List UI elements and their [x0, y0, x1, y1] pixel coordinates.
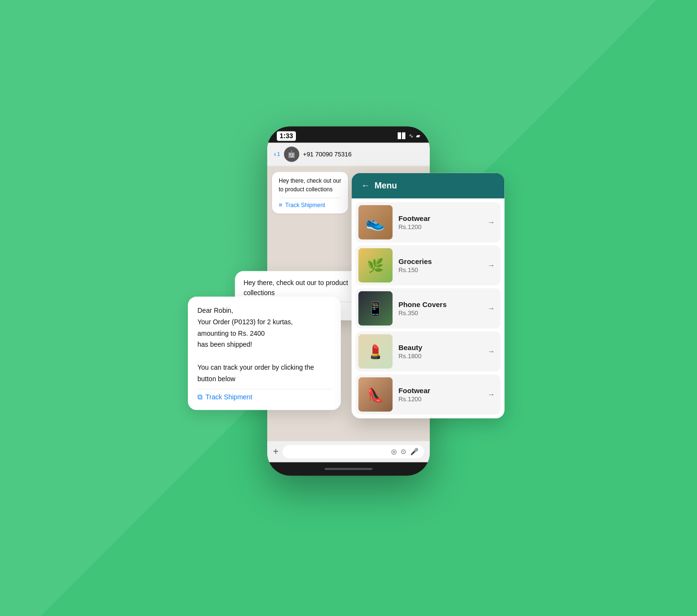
menu-item-footwear-2[interactable]: 👠 Footwear Rs.1200 → [355, 374, 501, 415]
track-shipment-label-1: Track Shipment [285, 202, 326, 209]
phone-covers-info: Phone Covers Rs.350 [398, 300, 481, 317]
notification-badge: 1 [277, 151, 280, 157]
groceries-image: 🌿 [358, 248, 392, 283]
menu-item-beauty[interactable]: 💄 Beauty Rs.1800 → [355, 331, 501, 372]
phone-status-bar: 1:33 ▊▊ ∿ ▰ [267, 126, 430, 143]
footwear-2-arrow-icon: → [487, 390, 495, 399]
floating-bubble-top-text: Hey there, check out our to product coll… [243, 278, 355, 298]
beauty-name: Beauty [398, 343, 481, 352]
list-icon: ≡ [279, 201, 283, 209]
phone-track-shipment-1[interactable]: ≡ Track Shipment [279, 198, 341, 209]
phone-status-icons: ▊▊ ∿ ▰ [398, 132, 420, 139]
wifi-icon: ∿ [409, 132, 414, 139]
shoes-image-placeholder: 👟 [358, 205, 392, 240]
floating-track-shipment-bottom[interactable]: ⧉ Track Shipment [197, 389, 331, 401]
chat-input-bar: + ◎ ⊙ 🎤 [267, 441, 430, 462]
groceries-price: Rs.150 [398, 266, 481, 274]
chat-input-icons: ◎ ⊙ 🎤 [391, 448, 418, 455]
groceries-name: Groceries [398, 257, 481, 265]
footwear-1-name: Footwear [398, 214, 481, 222]
menu-panel: ← Menu 👟 Footwear Rs.1200 → 🌿 [351, 173, 504, 418]
phone-bubble-1-text: Hey there, check out ourto product colle… [279, 176, 341, 194]
floating-track-label-bottom: Track Shipment [206, 393, 252, 401]
chat-avatar: 🤖 [284, 146, 299, 162]
robot-icon: 🤖 [287, 150, 295, 158]
external-link-icon: ⧉ [197, 393, 203, 401]
beauty-image: 💄 [358, 334, 392, 369]
main-scene: 1:33 ▊▊ ∿ ▰ ‹ 1 🤖 +91 70090 75316 [181, 81, 516, 535]
beauty-image-placeholder: 💄 [358, 334, 392, 369]
menu-items-list: 👟 Footwear Rs.1200 → 🌿 Groceries Rs.150 … [351, 198, 504, 418]
phone-covers-name: Phone Covers [398, 300, 481, 308]
beauty-arrow-icon: → [487, 347, 495, 356]
phone-bubble-1: Hey there, check out ourto product colle… [272, 172, 348, 213]
phone-covers-image-placeholder: 📱 [358, 291, 392, 326]
groceries-arrow-icon: → [487, 261, 495, 270]
sticker-icon[interactable]: ◎ [391, 448, 397, 455]
phone-covers-image: 📱 [358, 291, 392, 326]
beauty-info: Beauty Rs.1800 [398, 343, 481, 360]
footwear-2-info: Footwear Rs.1200 [398, 386, 481, 403]
footwear-1-arrow-icon: → [487, 218, 495, 227]
groceries-image-placeholder: 🌿 [358, 248, 392, 283]
home-indicator [325, 468, 372, 470]
menu-back-arrow-icon[interactable]: ← [361, 181, 370, 191]
shoes2-image-placeholder: 👠 [358, 377, 392, 412]
signal-icon: ▊▊ [398, 132, 406, 139]
chat-text-input[interactable]: ◎ ⊙ 🎤 [283, 445, 424, 458]
chat-header: ‹ 1 🤖 +91 70090 75316 [267, 143, 430, 166]
menu-item-phone-covers[interactable]: 📱 Phone Covers Rs.350 → [355, 288, 501, 329]
battery-icon: ▰ [416, 132, 420, 139]
mic-icon[interactable]: 🎤 [410, 448, 418, 455]
beauty-price: Rs.1800 [398, 352, 481, 360]
chat-back-button[interactable]: ‹ 1 [274, 150, 280, 158]
menu-title: Menu [374, 181, 397, 191]
phone-covers-arrow-icon: → [487, 304, 495, 313]
menu-item-groceries[interactable]: 🌿 Groceries Rs.150 → [355, 245, 501, 286]
groceries-info: Groceries Rs.150 [398, 257, 481, 274]
footwear-1-image: 👟 [358, 205, 392, 240]
menu-item-footwear-1[interactable]: 👟 Footwear Rs.1200 → [355, 202, 501, 242]
chat-plus-icon[interactable]: + [273, 446, 279, 457]
camera-icon[interactable]: ⊙ [401, 448, 406, 455]
footwear-1-info: Footwear Rs.1200 [398, 214, 481, 231]
footwear-2-price: Rs.1200 [398, 396, 481, 403]
floating-bubble-bottom: Dear Robin, Your Order (P0123) for 2 kur… [188, 297, 341, 410]
menu-header: ← Menu [351, 173, 504, 198]
phone-time: 1:33 [277, 131, 296, 141]
footwear-2-image: 👠 [358, 377, 392, 412]
chat-contact-number: +91 70090 75316 [303, 151, 352, 158]
footwear-2-name: Footwear [398, 386, 481, 395]
phone-covers-price: Rs.350 [398, 309, 481, 317]
floating-bubble-bottom-text: Dear Robin, Your Order (P0123) for 2 kur… [197, 305, 331, 385]
back-chevron-icon: ‹ [274, 150, 276, 158]
phone-home-bar [267, 462, 430, 475]
footwear-1-price: Rs.1200 [398, 223, 481, 231]
